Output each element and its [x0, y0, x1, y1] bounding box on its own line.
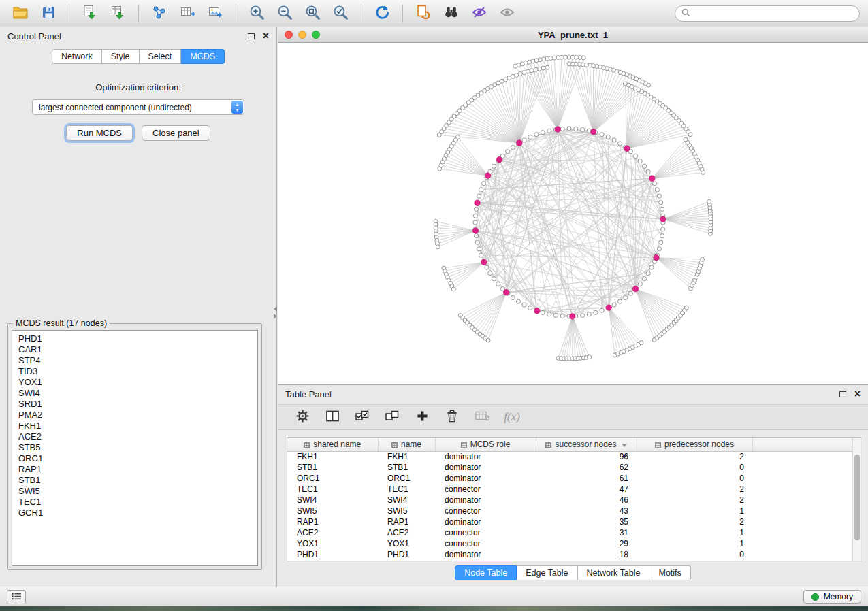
cell-mcds_role[interactable]: dominator [435, 462, 536, 473]
cell-shared_name[interactable]: YOX1 [287, 538, 378, 549]
cell-successor_nodes[interactable]: 62 [536, 462, 637, 473]
table-tab-edge-table[interactable]: Edge Table [517, 565, 577, 580]
window-zoom-light[interactable] [312, 31, 320, 39]
cell-name[interactable]: STB1 [378, 462, 435, 473]
cell-mcds_role[interactable]: dominator [435, 473, 536, 484]
cell-mcds_role[interactable]: connector [435, 538, 536, 549]
cell-shared_name[interactable]: ORC1 [287, 473, 378, 484]
zoom-out-button[interactable] [272, 3, 297, 24]
cell-mcds_role[interactable]: dominator [435, 451, 536, 462]
table-row[interactable]: PHD1PHD1dominator180 [287, 549, 852, 560]
cell-successor_nodes[interactable]: 47 [536, 484, 637, 495]
tab-style[interactable]: Style [102, 49, 140, 64]
cell-name[interactable]: ORC1 [378, 473, 435, 484]
window-close-light[interactable] [285, 31, 293, 39]
table-row[interactable]: FKH1FKH1dominator962 [287, 451, 852, 462]
save-session-button[interactable] [36, 3, 61, 24]
cell-shared_name[interactable]: ACE2 [287, 527, 378, 538]
cell-name[interactable]: PHD1 [378, 549, 435, 560]
cell-shared_name[interactable]: RAP1 [287, 516, 378, 527]
table-row[interactable]: RAP1RAP1dominator352 [287, 516, 852, 527]
refresh-view-button[interactable] [370, 3, 394, 24]
cell-shared_name[interactable]: STB1 [287, 462, 378, 473]
column-header-name[interactable]: name [378, 438, 435, 451]
mcds-result-list[interactable]: PHD1CAR1STP4TID3YOX1SWI4SRD1PMA2FKH1ACE2… [12, 330, 258, 566]
column-header-predecessor-nodes[interactable]: predecessor nodes [637, 438, 752, 451]
close-panel-button[interactable]: Close panel [142, 125, 210, 141]
add-column-button[interactable] [413, 408, 432, 427]
column-header-successor-nodes[interactable]: successor nodes [536, 438, 637, 451]
cell-successor_nodes[interactable]: 35 [536, 516, 637, 527]
cell-name[interactable]: ACE2 [378, 527, 435, 538]
search-input[interactable] [694, 9, 853, 18]
cell-predecessor_nodes[interactable]: 0 [637, 462, 752, 473]
table-scrollbar[interactable] [852, 438, 861, 561]
cell-successor_nodes[interactable]: 43 [536, 506, 637, 516]
criterion-select[interactable]: largest connected component (undirected)… [32, 99, 244, 115]
tab-mcds[interactable]: MCDS [181, 49, 225, 64]
network-window-titlebar[interactable]: YPA_prune.txt_1 [278, 27, 868, 43]
cell-predecessor_nodes[interactable]: 1 [637, 538, 752, 549]
cell-shared_name[interactable]: PHD1 [287, 549, 378, 560]
table-tab-motifs[interactable]: Motifs [649, 565, 690, 580]
cell-name[interactable]: YOX1 [378, 538, 435, 549]
cell-mcds_role[interactable]: dominator [435, 516, 536, 527]
float-table-panel-icon[interactable] [839, 391, 846, 397]
status-menu-button[interactable] [7, 590, 26, 604]
float-panel-icon[interactable] [248, 33, 255, 39]
unselect-all-button[interactable] [383, 408, 402, 427]
table-row[interactable]: ACE2ACE2connector311 [287, 527, 852, 538]
cell-predecessor_nodes[interactable]: 0 [637, 473, 752, 484]
cell-shared_name[interactable]: SWI4 [287, 495, 378, 506]
cell-predecessor_nodes[interactable]: 2 [637, 495, 752, 506]
cell-shared_name[interactable]: TEC1 [287, 484, 378, 495]
cell-name[interactable]: RAP1 [378, 516, 435, 527]
memory-button[interactable]: Memory [803, 590, 861, 604]
cell-mcds_role[interactable]: dominator [435, 495, 536, 506]
split-columns-button[interactable] [323, 408, 342, 427]
cell-successor_nodes[interactable]: 46 [536, 495, 637, 506]
table-row[interactable]: SWI4SWI4dominator462 [287, 495, 852, 506]
open-session-button[interactable] [8, 3, 33, 24]
cell-shared_name[interactable]: FKH1 [287, 451, 378, 462]
import-table-button[interactable] [106, 3, 130, 24]
close-table-panel-icon[interactable]: × [854, 389, 861, 399]
cell-successor_nodes[interactable]: 18 [536, 549, 637, 560]
column-header-shared-name[interactable]: shared name [287, 438, 378, 451]
new-network-button[interactable] [147, 3, 172, 24]
cell-successor_nodes[interactable]: 29 [536, 538, 637, 549]
export-image-button[interactable] [203, 3, 227, 24]
cell-mcds_role[interactable]: connector [435, 506, 536, 516]
new-table-button[interactable] [175, 3, 199, 24]
share-document-button[interactable] [411, 3, 436, 24]
cell-predecessor_nodes[interactable]: 1 [637, 527, 752, 538]
cell-name[interactable]: FKH1 [378, 451, 435, 462]
zoom-fit-button[interactable] [300, 3, 325, 24]
delete-column-button[interactable] [443, 408, 462, 427]
table-row[interactable]: STB1STB1dominator620 [287, 462, 852, 473]
table-settings-button[interactable] [293, 408, 312, 427]
cell-mcds_role[interactable]: dominator [435, 549, 536, 560]
window-minimize-light[interactable] [298, 31, 306, 39]
zoom-in-button[interactable] [244, 3, 269, 24]
scrollbar-thumb[interactable] [854, 455, 860, 540]
table-row[interactable]: ORC1ORC1dominator610 [287, 473, 852, 484]
table-row[interactable]: YOX1YOX1connector291 [287, 538, 852, 549]
cell-predecessor_nodes[interactable]: 2 [637, 451, 752, 462]
import-network-button[interactable] [78, 3, 102, 24]
cell-name[interactable]: TEC1 [378, 484, 435, 495]
cell-mcds_role[interactable]: connector [435, 484, 536, 495]
network-canvas[interactable] [278, 43, 868, 384]
run-mcds-button[interactable]: Run MCDS [66, 125, 133, 141]
cell-successor_nodes[interactable]: 96 [536, 451, 637, 462]
cell-shared_name[interactable]: SWI5 [287, 506, 378, 516]
panel-splitter[interactable] [273, 303, 278, 321]
tab-network[interactable]: Network [52, 49, 102, 64]
global-search[interactable] [675, 5, 860, 22]
cell-name[interactable]: SWI5 [378, 506, 435, 516]
cell-predecessor_nodes[interactable]: 2 [637, 484, 752, 495]
cell-name[interactable]: SWI4 [378, 495, 435, 506]
cell-predecessor_nodes[interactable]: 2 [637, 516, 752, 527]
column-header-MCDS-role[interactable]: MCDS role [435, 438, 536, 451]
search-network-button[interactable] [439, 3, 464, 24]
